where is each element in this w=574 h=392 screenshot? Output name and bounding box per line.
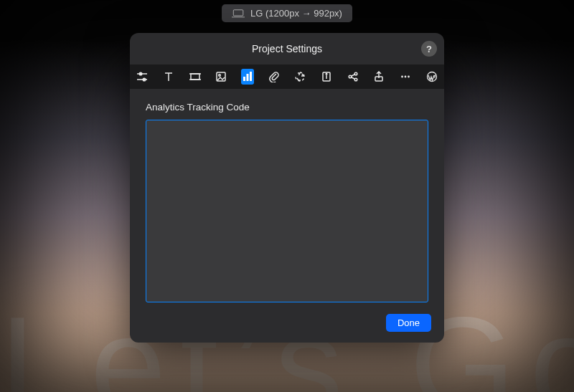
share-tab[interactable] (346, 69, 359, 85)
wordpress-tab[interactable] (425, 69, 438, 85)
export-icon (373, 71, 385, 82)
sliders-icon (136, 71, 148, 82)
svg-point-20 (354, 72, 357, 75)
more-tab[interactable] (399, 69, 413, 85)
bar-chart-icon (242, 71, 253, 82)
laptop-icon (232, 9, 245, 18)
paperclip-icon (268, 71, 280, 82)
svg-point-3 (139, 72, 142, 75)
svg-rect-13 (243, 77, 245, 81)
svg-point-25 (401, 76, 403, 78)
image-tab[interactable] (215, 69, 228, 85)
breakpoint-label: LG (1200px → 992px) (250, 8, 342, 19)
recycle-tab[interactable] (293, 69, 307, 85)
svg-point-27 (408, 76, 410, 78)
breakpoint-indicator[interactable]: LG (1200px → 992px) (222, 4, 352, 22)
svg-point-26 (405, 76, 407, 78)
help-button[interactable]: ? (421, 41, 437, 57)
modal-footer: Done (130, 302, 444, 343)
svg-point-18 (326, 74, 327, 75)
svg-point-19 (349, 75, 352, 78)
wordpress-icon (426, 71, 438, 82)
settings-tabbar (130, 64, 444, 89)
recycle-icon (294, 71, 306, 82)
settings-tab[interactable] (136, 69, 149, 85)
svg-point-12 (219, 75, 221, 77)
text-tab[interactable] (162, 69, 176, 85)
tracking-code-label: Analytics Tracking Code (146, 102, 428, 113)
svg-rect-8 (191, 74, 199, 80)
project-settings-modal: Project Settings ? (130, 33, 444, 343)
frame-icon (189, 71, 201, 82)
export-tab[interactable] (372, 69, 386, 85)
info-tab[interactable] (320, 69, 334, 85)
tracking-code-input[interactable] (146, 120, 428, 302)
svg-point-5 (143, 78, 146, 81)
svg-line-23 (351, 77, 354, 79)
ellipsis-icon (400, 71, 411, 82)
modal-title: Project Settings (252, 43, 322, 54)
frame-tab[interactable] (188, 69, 202, 85)
modal-header: Project Settings ? (130, 33, 444, 64)
svg-rect-15 (250, 72, 252, 81)
analytics-tab[interactable] (241, 69, 255, 85)
image-icon (215, 71, 227, 82)
done-button[interactable]: Done (386, 314, 431, 332)
share-nodes-icon (347, 71, 359, 82)
modal-body: Analytics Tracking Code (130, 89, 444, 302)
svg-point-21 (354, 78, 357, 81)
info-icon (321, 71, 332, 82)
svg-rect-14 (246, 74, 248, 81)
attachment-tab[interactable] (267, 69, 281, 85)
text-icon (163, 71, 174, 82)
svg-line-22 (351, 75, 354, 76)
svg-rect-0 (233, 9, 243, 15)
